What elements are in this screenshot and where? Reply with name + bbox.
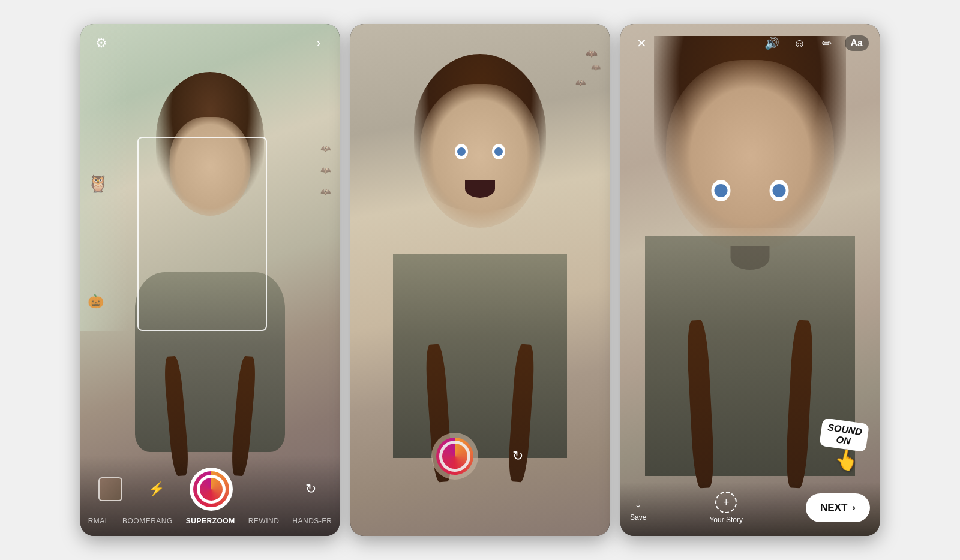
person-body-p2 xyxy=(393,254,567,458)
capture-btn-ring xyxy=(193,471,229,507)
spacer-p1 xyxy=(256,478,277,500)
eyes-p3 xyxy=(712,180,789,201)
story-edit-bottom-bar: ↓ Save + Your Story NEXT › xyxy=(620,482,880,536)
bat-deco-p2c: 🦇 xyxy=(591,63,601,72)
panel-story-edit: ✕ 🔊 ☺ ✏ Aa SOUND ON 👆 ↓ Save + xyxy=(620,24,880,536)
your-story-icon: + xyxy=(715,492,737,513)
capture-btn-center xyxy=(197,475,226,504)
story-edit-top-bar: ✕ 🔊 ☺ ✏ Aa xyxy=(620,24,880,62)
close-icon[interactable]: ✕ xyxy=(631,33,652,53)
flip-camera-icon-p2[interactable] xyxy=(507,445,529,467)
recording-btn-dot xyxy=(442,444,467,469)
flash-icon[interactable] xyxy=(145,478,167,500)
pupil-left-p2 xyxy=(457,147,466,156)
pupil-left-p3 xyxy=(715,184,728,197)
mode-normal[interactable]: RMAL xyxy=(88,517,109,525)
text-tool-button[interactable]: Aa xyxy=(845,35,869,51)
pupil-right-p3 xyxy=(773,184,786,197)
face-filter-icon[interactable]: ☺ xyxy=(790,33,810,53)
bat-deco-p2b: 🦇 xyxy=(575,78,586,88)
camera-focus-box xyxy=(137,137,267,332)
sound-on-text: SOUND ON xyxy=(826,422,863,448)
next-panel-icon[interactable]: › xyxy=(310,34,328,52)
mode-boomerang[interactable]: BOOMERANG xyxy=(122,517,173,525)
mouth-p2 xyxy=(465,180,495,198)
your-story-label: Your Story xyxy=(709,516,743,524)
save-icon: ↓ xyxy=(635,494,642,511)
next-label: NEXT xyxy=(820,502,847,514)
bat-deco-p2: 🦇 xyxy=(586,48,598,59)
recording-btn-ring xyxy=(436,438,473,475)
capture-row xyxy=(80,464,340,513)
recording-capture-row xyxy=(419,429,541,482)
settings-icon[interactable]: ⚙ xyxy=(92,34,110,52)
mode-handsfree[interactable]: HANDS-FR xyxy=(292,517,332,525)
panel-recording: 🦇 🦇 🦇 xyxy=(350,24,610,536)
recording-btn-center xyxy=(439,441,470,472)
mode-superzoom[interactable]: SUPERZOOM xyxy=(186,517,235,525)
pupil-right-p2 xyxy=(494,147,503,156)
your-story-action[interactable]: + Your Story xyxy=(709,492,743,524)
camera-mode-row: RMAL BOOMERANG SUPERZOOM REWIND HANDS-FR xyxy=(80,513,340,530)
save-action[interactable]: ↓ Save xyxy=(630,494,646,522)
camera-bottom-bar: RMAL BOOMERANG SUPERZOOM REWIND HANDS-FR xyxy=(80,456,340,536)
eye-right-p2 xyxy=(492,144,505,159)
recording-button[interactable] xyxy=(431,433,478,480)
camera-top-bar: ⚙ › xyxy=(80,24,340,62)
panel-camera-viewfinder: 🦉 🎃 🦇 🦇 🦇 ⚙ › xyxy=(80,24,340,536)
eye-right-p3 xyxy=(770,180,789,201)
person-face-p3 xyxy=(666,60,834,252)
owl-decoration: 🦉 xyxy=(88,174,109,194)
eye-left-p3 xyxy=(712,180,731,201)
bats-decoration: 🦇 🦇 🦇 xyxy=(320,144,331,197)
next-button[interactable]: NEXT › xyxy=(806,493,870,522)
pumpkin-decoration: 🎃 xyxy=(88,294,104,309)
mode-rewind[interactable]: REWIND xyxy=(248,517,280,525)
gallery-thumbnail[interactable] xyxy=(98,477,122,501)
volume-icon[interactable]: 🔊 xyxy=(762,33,782,53)
eye-left-p2 xyxy=(455,144,468,159)
flip-camera-icon[interactable] xyxy=(300,478,322,500)
next-arrow-icon: › xyxy=(852,502,856,514)
capture-row-p2 xyxy=(419,429,541,482)
eyes-p2 xyxy=(455,144,505,159)
save-label: Save xyxy=(630,513,646,522)
top-icons-right: 🔊 ☺ ✏ Aa xyxy=(762,33,869,53)
draw-icon[interactable]: ✏ xyxy=(817,33,838,53)
capture-button[interactable] xyxy=(190,468,233,511)
capture-btn-dot xyxy=(200,478,223,501)
